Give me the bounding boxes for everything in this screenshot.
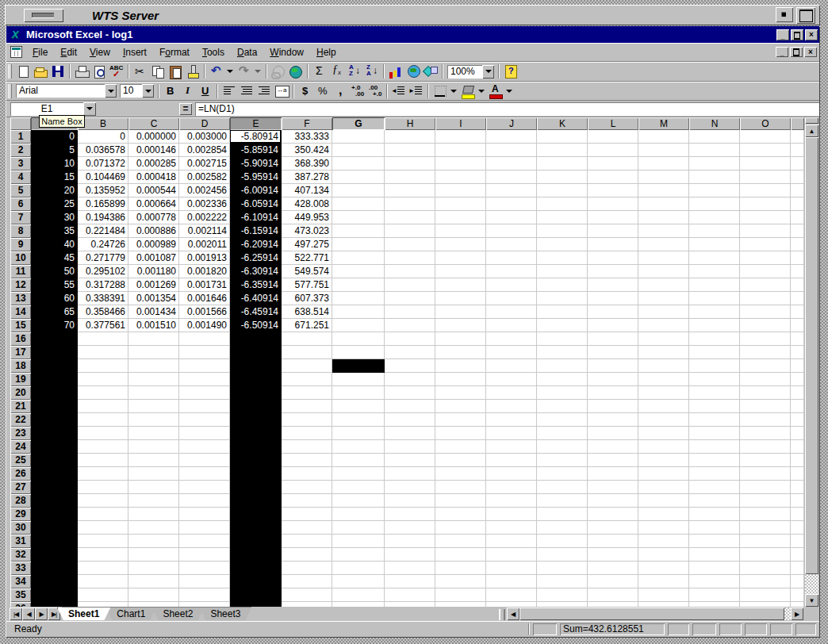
grid-cell-n12[interactable] — [689, 278, 740, 292]
grid-cell-l5[interactable] — [588, 184, 638, 197]
grid-cell-d24[interactable] — [179, 440, 230, 454]
row-header-27[interactable]: 27 — [10, 481, 31, 494]
grid-cell-a21[interactable] — [31, 400, 78, 413]
grid-cell-o18[interactable] — [740, 359, 791, 373]
grid-cell-b20[interactable] — [78, 386, 128, 400]
grid-cell-l33[interactable] — [588, 562, 638, 575]
grid-cell-n26[interactable] — [689, 467, 740, 481]
grid-cell-m14[interactable] — [638, 305, 689, 319]
grid-cell-o24[interactable] — [740, 440, 791, 454]
grid-cell-i5[interactable] — [435, 184, 486, 197]
row-header-12[interactable]: 12 — [10, 278, 31, 292]
grid-cell-c1[interactable]: 0.000000 — [128, 130, 179, 144]
grid-cell-j21[interactable] — [486, 400, 537, 413]
grid-cell-l16[interactable] — [588, 332, 638, 346]
grid-cell-h16[interactable] — [385, 332, 435, 346]
grid-cell-g20[interactable] — [332, 386, 385, 400]
borders-dropdown-icon[interactable] — [431, 83, 449, 99]
menu-insert[interactable]: Insert — [117, 45, 152, 59]
grid-cell-h21[interactable] — [385, 400, 435, 413]
grid-cell-d10[interactable]: 0.001913 — [179, 251, 230, 265]
increase-indent-icon[interactable] — [408, 83, 425, 99]
excel-minimize-button[interactable]: _ — [776, 29, 789, 40]
grid-cell-a1[interactable]: 0 — [31, 130, 78, 144]
grid-cell-e17[interactable] — [230, 346, 282, 359]
grid-cell-d15[interactable]: 0.001490 — [179, 319, 230, 332]
grid-cell-j5[interactable] — [486, 184, 537, 197]
grid-cell-g6[interactable] — [332, 197, 385, 211]
copy-pages-icon[interactable] — [149, 63, 167, 79]
grid-cell-b15[interactable]: 0.377561 — [78, 319, 128, 332]
grid-cell-e8[interactable]: -6.15914 — [230, 224, 282, 238]
grid-cell-j31[interactable] — [486, 535, 537, 548]
horizontal-scrollbar-track[interactable] — [784, 608, 791, 620]
grid-cell-l32[interactable] — [588, 548, 638, 562]
grid-cell-d17[interactable] — [179, 346, 230, 359]
grid-cell-j7[interactable] — [486, 211, 537, 224]
grid-cell-e2[interactable]: -5.85914 — [230, 144, 282, 157]
grid-cell-d2[interactable]: 0.002854 — [179, 144, 230, 157]
grid-cell-f4[interactable]: 387.278 — [282, 171, 332, 184]
grid-cell-partial[interactable] — [791, 346, 804, 359]
workbook-minimize-button[interactable]: _ — [776, 47, 788, 57]
grid-cell-n8[interactable] — [689, 224, 740, 238]
row-header-16[interactable]: 16 — [10, 332, 31, 346]
tab-split-handle[interactable] — [499, 609, 505, 620]
grid-cell-h34[interactable] — [385, 575, 435, 588]
grid-cell-g15[interactable] — [332, 319, 385, 332]
toolbar-grip[interactable] — [8, 64, 12, 79]
grid-cell-n7[interactable] — [689, 211, 740, 224]
sheet-tab-sheet1[interactable]: Sheet1 — [57, 608, 110, 620]
grid-cell-b26[interactable] — [78, 467, 128, 481]
map-globe-icon[interactable] — [404, 63, 422, 79]
grid-cell-n18[interactable] — [689, 359, 740, 373]
grid-cell-k8[interactable] — [537, 224, 588, 238]
grid-cell-a17[interactable] — [31, 346, 78, 359]
grid-cell-a10[interactable]: 45 — [31, 251, 78, 265]
grid-cell-j25[interactable] — [486, 454, 537, 467]
grid-cell-m8[interactable] — [638, 224, 689, 238]
grid-cell-h32[interactable] — [385, 548, 435, 562]
grid-cell-o16[interactable] — [740, 332, 791, 346]
grid-cell-b3[interactable]: 0.071372 — [78, 157, 128, 171]
grid-cell-k29[interactable] — [537, 508, 588, 521]
grid-cell-e30[interactable] — [230, 521, 282, 535]
grid-cell-l25[interactable] — [588, 454, 638, 467]
grid-cell-e32[interactable] — [230, 548, 282, 562]
row-header-14[interactable]: 14 — [10, 305, 31, 319]
grid-cell-j23[interactable] — [486, 427, 537, 440]
grid-cell-b14[interactable]: 0.358466 — [78, 305, 128, 319]
grid-cell-h11[interactable] — [385, 265, 435, 278]
row-header-21[interactable]: 21 — [10, 400, 31, 413]
grid-cell-partial[interactable] — [791, 265, 804, 278]
grid-cell-o4[interactable] — [740, 171, 791, 184]
grid-cell-h12[interactable] — [385, 278, 435, 292]
grid-cell-a11[interactable]: 50 — [31, 265, 78, 278]
grid-cell-i18[interactable] — [435, 359, 486, 373]
grid-cell-f20[interactable] — [282, 386, 332, 400]
grid-cell-f17[interactable] — [282, 346, 332, 359]
grid-cell-d30[interactable] — [179, 521, 230, 535]
grid-cell-k33[interactable] — [537, 562, 588, 575]
grid-cell-k21[interactable] — [537, 400, 588, 413]
row-header-1[interactable]: 1 — [10, 130, 31, 144]
row-header-5[interactable]: 5 — [10, 184, 31, 197]
grid-cell-j35[interactable] — [486, 588, 537, 602]
grid-cell-l9[interactable] — [588, 238, 638, 251]
grid-cell-d7[interactable]: 0.002222 — [179, 211, 230, 224]
row-header-33[interactable]: 33 — [10, 562, 31, 575]
grid-cell-l7[interactable] — [588, 211, 638, 224]
grid-cell-k24[interactable] — [537, 440, 588, 454]
grid-cell-k35[interactable] — [537, 588, 588, 602]
grid-cell-g10[interactable] — [332, 251, 385, 265]
grid-cell-partial[interactable] — [791, 359, 804, 373]
grid-cell-k2[interactable] — [537, 144, 588, 157]
grid-cell-m5[interactable] — [638, 184, 689, 197]
grid-cell-e3[interactable]: -5.90914 — [230, 157, 282, 171]
grid-cell-i20[interactable] — [435, 386, 486, 400]
grid-cell-g34[interactable] — [332, 575, 385, 588]
grid-cell-d22[interactable] — [179, 413, 230, 427]
grid-cell-a35[interactable] — [31, 588, 78, 602]
column-header-j[interactable]: J — [486, 117, 537, 130]
grid-cell-m4[interactable] — [638, 171, 689, 184]
